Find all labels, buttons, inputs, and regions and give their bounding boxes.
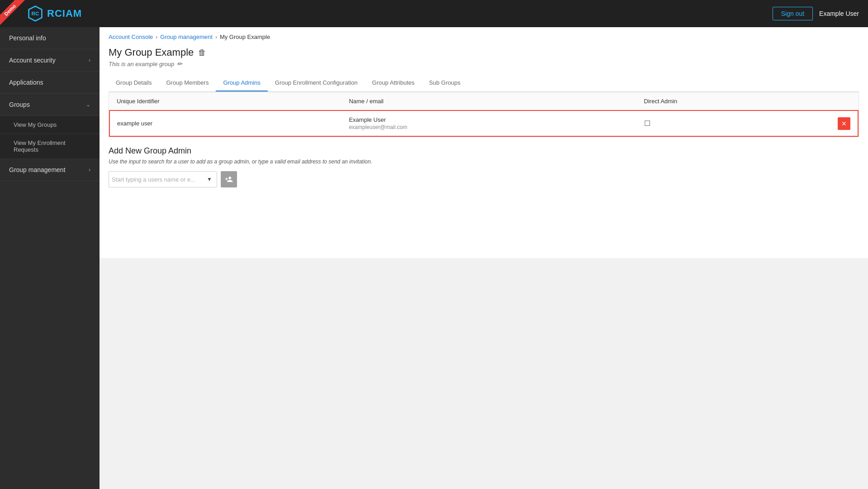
direct-admin-checkbox[interactable]: ☐ — [644, 120, 650, 127]
logo-iam: IAM — [62, 8, 82, 19]
logo-text: RCIAM — [47, 8, 82, 19]
page-header: My Group Example 🗑 This is an example gr… — [100, 40, 868, 67]
add-admin-title: Add New Group Admin — [109, 146, 859, 156]
add-user-button[interactable] — [221, 171, 237, 187]
sidebar-item-account-security-label: Account security — [9, 57, 56, 64]
page-subtitle: This is an example group ✏ — [109, 60, 859, 67]
svg-text:RC: RC — [32, 10, 39, 16]
admin-table: Unique Identifier Name / email Direct Ad… — [109, 92, 859, 137]
remove-admin-button[interactable]: ✕ — [838, 117, 850, 130]
sidebar-item-personal-info-label: Personal info — [9, 34, 46, 42]
breadcrumb-sep-1: › — [156, 34, 157, 40]
tab-group-members[interactable]: Group Members — [159, 75, 216, 91]
demo-label: Demo — [0, 0, 25, 25]
cell-name: Example User — [349, 116, 629, 123]
page-title: My Group Example — [109, 47, 194, 58]
page-subtitle-text: This is an example group — [109, 61, 174, 67]
col-name-email: Name / email — [342, 92, 636, 110]
edit-icon[interactable]: ✏ — [177, 60, 182, 67]
sidebar-item-groups[interactable]: Groups ⌄ — [0, 94, 100, 116]
table-row: example user Example User exampleuser@ma… — [109, 110, 858, 136]
breadcrumb-group-management[interactable]: Group management — [160, 34, 213, 40]
sidebar-item-view-my-groups[interactable]: View My Groups — [0, 116, 100, 134]
cell-name-email: Example User exampleuser@mail.com — [342, 110, 636, 136]
page-title-row: My Group Example 🗑 — [109, 47, 859, 58]
sign-out-button[interactable]: Sign out — [773, 7, 813, 20]
content-area: Account Console › Group management › My … — [100, 27, 868, 258]
add-admin-section: Add New Group Admin Use the input to sea… — [100, 137, 868, 197]
chevron-right-icon: › — [89, 57, 90, 63]
breadcrumb-current: My Group Example — [220, 34, 270, 40]
search-input-wrapper: ▼ — [109, 171, 217, 187]
add-admin-input-row: ▼ — [109, 171, 859, 187]
add-person-icon — [225, 175, 233, 183]
cell-actions: ✕ — [830, 110, 858, 136]
cell-unique-identifier: example user — [109, 110, 342, 136]
search-input[interactable] — [112, 176, 205, 183]
logo-icon: RC — [27, 5, 43, 22]
sidebar-item-personal-info[interactable]: Personal info — [0, 27, 100, 49]
dropdown-arrow-icon[interactable]: ▼ — [205, 174, 214, 184]
sidebar: Personal info Account security › Applica… — [0, 27, 100, 489]
gray-background-area — [100, 258, 868, 489]
sidebar-item-applications[interactable]: Applications — [0, 72, 100, 94]
tab-sub-groups[interactable]: Sub Groups — [422, 75, 468, 91]
chevron-down-icon: ⌄ — [86, 101, 90, 108]
sidebar-item-group-management-label: Group management — [9, 166, 66, 173]
sidebar-item-group-management[interactable]: Group management › — [0, 159, 100, 181]
logo-area: RC RCIAM — [27, 5, 82, 22]
breadcrumb: Account Console › Group management › My … — [100, 27, 868, 40]
sidebar-item-view-enrollment-requests-label: View My Enrollment Requests — [14, 139, 66, 153]
sidebar-item-view-enrollment-requests[interactable]: View My Enrollment Requests — [0, 134, 100, 159]
admin-table-container: Unique Identifier Name / email Direct Ad… — [109, 92, 859, 137]
logo-rc: RC — [47, 8, 62, 19]
cell-direct-admin: ☐ — [637, 110, 830, 136]
cell-email: exampleuser@mail.com — [349, 124, 629, 130]
col-direct-admin: Direct Admin — [637, 92, 830, 110]
tab-group-attributes[interactable]: Group Attributes — [365, 75, 422, 91]
tab-group-details[interactable]: Group Details — [109, 75, 159, 91]
breadcrumb-sep-2: › — [215, 34, 217, 40]
sidebar-subitems-groups: View My Groups View My Enrollment Reques… — [0, 116, 100, 159]
delete-group-icon[interactable]: 🗑 — [198, 48, 206, 58]
sidebar-item-account-security[interactable]: Account security › — [0, 49, 100, 72]
add-admin-desc: Use the input to search for a user to ad… — [109, 158, 859, 165]
main-content: Account Console › Group management › My … — [100, 27, 868, 489]
nav-username: Example User — [819, 10, 859, 17]
col-unique-identifier: Unique Identifier — [109, 92, 342, 110]
chevron-right-icon-gm: › — [89, 167, 90, 173]
top-navigation: Demo RC RCIAM Sign out Example User — [0, 0, 868, 27]
sidebar-item-applications-label: Applications — [9, 79, 43, 86]
tab-group-enrollment[interactable]: Group Enrollment Configuration — [268, 75, 365, 91]
sidebar-item-view-my-groups-label: View My Groups — [14, 121, 57, 128]
sidebar-item-groups-label: Groups — [9, 101, 30, 108]
breadcrumb-account-console[interactable]: Account Console — [109, 34, 153, 40]
tab-group-admins[interactable]: Group Admins — [216, 75, 267, 91]
app-body: Personal info Account security › Applica… — [0, 27, 868, 489]
tabs: Group Details Group Members Group Admins… — [109, 75, 859, 92]
